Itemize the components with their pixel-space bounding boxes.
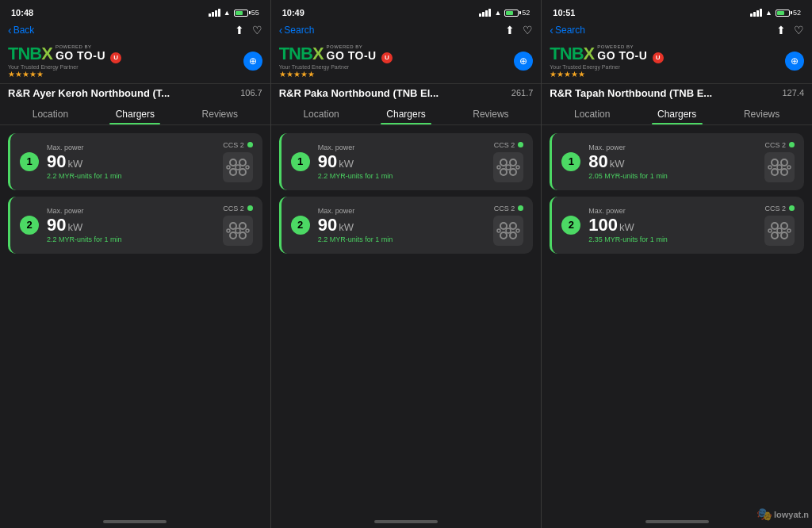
- nav-bar-3: ‹ Search ⬆ ♡: [542, 22, 812, 40]
- battery-3: [776, 10, 790, 17]
- tab-chargers-2[interactable]: Chargers: [364, 102, 449, 124]
- back-button-2[interactable]: ‹ Search: [279, 24, 315, 36]
- status-icons-1: ▲ 55: [209, 9, 259, 17]
- header-banner-2: TNBX POWERED BY GO TO-U U Your Trusted E…: [271, 40, 542, 84]
- charger-type-3-2: CCS 2: [765, 205, 795, 212]
- charger-max-label-2-1: Max. power: [318, 143, 486, 151]
- tagline-1: Your Trusted Energy Partner: [8, 64, 121, 70]
- connector-svg-2-2: [493, 216, 523, 246]
- station-title-1: R&R Ayer Keroh Northbound (T...: [8, 87, 237, 99]
- status-time-3: 10:51: [553, 8, 575, 17]
- location-btn-3[interactable]: ⊕: [785, 52, 804, 71]
- brand-area-2: TNBX POWERED BY GO TO-U U Your Trusted E…: [279, 44, 393, 78]
- charger-info-3-1: Max. power 80 kW 2.05 MYR-units for 1 mi…: [588, 143, 756, 180]
- lowyat-icon: 🎭: [756, 507, 772, 522]
- tabs-2: Location Chargers Reviews: [271, 102, 542, 125]
- share-icon-2[interactable]: ⬆: [505, 24, 515, 36]
- u-badge-3: U: [653, 52, 664, 63]
- wifi-icon-3: ▲: [765, 9, 772, 17]
- status-bar-2: 10:49 ▲ 52: [271, 0, 542, 22]
- back-button-1[interactable]: ‹ Back: [8, 24, 34, 36]
- charger-card-1-2[interactable]: 2 Max. power 90 kW 2.2 MYR-units for 1 m…: [8, 197, 262, 254]
- heart-icon-2[interactable]: ♡: [523, 24, 533, 36]
- charger-right-3-2: CCS 2: [764, 205, 795, 246]
- location-btn-1[interactable]: ⊕: [243, 52, 262, 71]
- charger-unit-1-2: kW: [67, 221, 82, 233]
- nav-action-icons-2: ⬆ ♡: [505, 24, 533, 36]
- charger-card-2-2[interactable]: 2 Max. power 90 kW 2.2 MYR-units for 1 m…: [279, 197, 534, 254]
- location-btn-2[interactable]: ⊕: [514, 52, 533, 71]
- nav-action-icons-1: ⬆ ♡: [235, 24, 262, 36]
- signal-bars-1: [209, 9, 220, 17]
- tab-location-2[interactable]: Location: [279, 102, 364, 124]
- charger-card-3-2[interactable]: 2 Max. power 100 kW 2.35 MYR-units for 1…: [550, 197, 804, 254]
- charger-num-2-1: 1: [291, 152, 310, 171]
- status-dot-1-1: [247, 142, 253, 147]
- charger-power-2-2: 90 kW: [318, 216, 486, 234]
- charger-info-1-2: Max. power 90 kW 2.2 MYR-units for 1 min: [47, 207, 215, 243]
- status-time-1: 10:48: [11, 8, 33, 17]
- charger-card-3-1[interactable]: 1 Max. power 80 kW 2.05 MYR-units for 1 …: [550, 133, 804, 190]
- home-bar-1: [0, 517, 270, 528]
- charger-right-2-1: CCS 2: [493, 141, 523, 182]
- back-label-2: Search: [284, 25, 314, 36]
- tab-chargers-3[interactable]: Chargers: [634, 102, 719, 124]
- status-dot-3-1: [789, 142, 795, 147]
- tagline-3: Your Trusted Energy Partner: [550, 64, 663, 70]
- charger-info-1-1: Max. power 90 kW 2.2 MYR-units for 1 min: [47, 143, 215, 180]
- lowyat-watermark: 🎭 lowyat.n: [756, 507, 809, 522]
- charger-card-2-1[interactable]: 1 Max. power 90 kW 2.2 MYR-units for 1 m…: [279, 133, 534, 190]
- charger-num-2-2: 2: [291, 216, 310, 235]
- share-icon-1[interactable]: ⬆: [235, 24, 244, 36]
- charger-info-3-2: Max. power 100 kW 2.35 MYR-units for 1 m…: [588, 207, 756, 243]
- tab-reviews-2[interactable]: Reviews: [448, 102, 533, 124]
- charger-right-1-2: CCS 2: [223, 205, 253, 246]
- tab-reviews-1[interactable]: Reviews: [178, 102, 262, 124]
- u-badge-2: U: [381, 52, 393, 63]
- stars-1: ★★★★★: [8, 70, 121, 78]
- back-button-3[interactable]: ‹ Search: [550, 24, 585, 36]
- tab-location-1[interactable]: Location: [8, 102, 93, 124]
- charger-max-label-3-2: Max. power: [588, 207, 756, 215]
- wifi-icon-2: ▲: [494, 9, 501, 17]
- brand-logo-3: TNBX POWERED BY GO TO-U U: [550, 44, 663, 63]
- title-bar-3: R&R Tapah Northbound (TNB E... 127.4: [542, 84, 812, 102]
- charger-num-1-2: 2: [20, 216, 39, 235]
- charger-rate-3-2: 2.35 MYR-units for 1 min: [588, 235, 756, 243]
- signal-bars-2: [479, 9, 491, 17]
- charger-power-1-2: 90 kW: [47, 216, 215, 234]
- status-dot-2-1: [518, 142, 523, 147]
- home-indicator-3: [645, 520, 709, 523]
- charger-rate-3-1: 2.05 MYR-units for 1 min: [588, 172, 756, 180]
- heart-icon-1[interactable]: ♡: [252, 24, 262, 36]
- station-title-3: R&R Tapah Northbound (TNB E...: [550, 87, 779, 99]
- charger-kw-3-1: 80: [588, 153, 607, 170]
- home-bar-2: [271, 517, 542, 528]
- charger-rate-2-1: 2.2 MYR-units for 1 min: [318, 172, 486, 180]
- charger-power-1-1: 90 kW: [47, 153, 215, 170]
- charger-kw-1-2: 90: [47, 216, 66, 234]
- charger-type-2-1: CCS 2: [494, 141, 524, 149]
- tab-reviews-3[interactable]: Reviews: [719, 102, 804, 124]
- charger-kw-3-2: 100: [588, 216, 618, 234]
- charger-card-1-1[interactable]: 1 Max. power 90 kW 2.2 MYR-units for 1 m…: [8, 133, 262, 190]
- charger-rate-1-1: 2.2 MYR-units for 1 min: [47, 172, 215, 180]
- charger-rate-2-2: 2.2 MYR-units for 1 min: [318, 235, 486, 243]
- charger-num-1-1: 1: [20, 152, 39, 171]
- nav-bar-1: ‹ Back ⬆ ♡: [0, 22, 270, 40]
- home-indicator-2: [374, 520, 438, 523]
- charger-right-3-1: CCS 2: [764, 141, 795, 182]
- tab-location-3[interactable]: Location: [550, 102, 634, 124]
- distance-1: 106.7: [240, 88, 262, 98]
- heart-icon-3[interactable]: ♡: [794, 24, 804, 36]
- battery-pct-3: 52: [793, 9, 801, 17]
- share-icon-3[interactable]: ⬆: [776, 24, 786, 36]
- status-icons-2: ▲ 52: [479, 9, 530, 17]
- tnbx-logo-2: TNBX: [279, 45, 324, 63]
- nav-action-icons-3: ⬆ ♡: [776, 24, 804, 36]
- phone-1: 10:48 ▲ 55 ‹ Back ⬆: [0, 0, 271, 528]
- charger-kw-1-1: 90: [47, 153, 66, 170]
- charger-unit-2-2: kW: [339, 221, 354, 233]
- tab-chargers-1[interactable]: Chargers: [93, 102, 178, 124]
- charger-list-3: 1 Max. power 80 kW 2.05 MYR-units for 1 …: [542, 125, 812, 518]
